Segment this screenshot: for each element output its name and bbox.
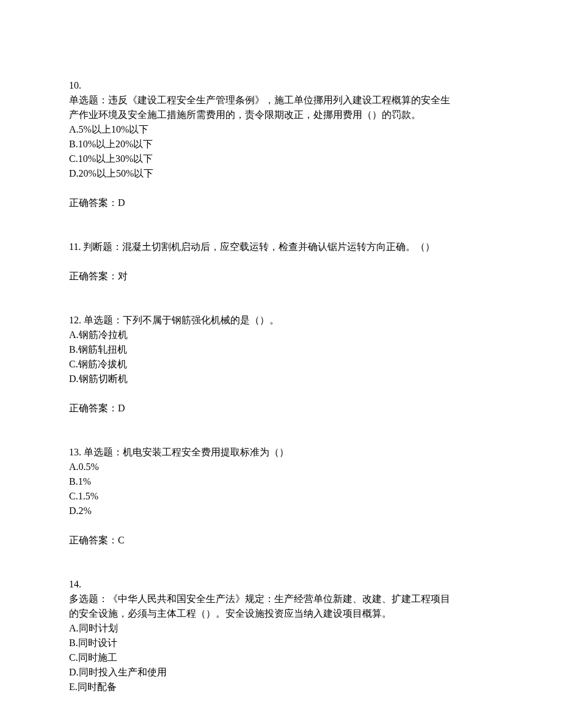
question-prompt-line: 12. 单选题：下列不属于钢筋强化机械的是（）。 bbox=[69, 313, 493, 328]
question-13: 13. 单选题：机电安装工程安全费用提取标准为（） A.0.5% B.1% C.… bbox=[69, 445, 493, 548]
question-prompt-line: 单选题：违反《建设工程安全生产管理条例》，施工单位挪用列入建设工程概算的安全生 bbox=[69, 93, 493, 108]
option-c: C.1.5% bbox=[69, 489, 493, 504]
correct-answer: 正确答案：对 bbox=[69, 269, 493, 284]
question-prompt-line: 的安全设施，必须与主体工程（）。安全设施投资应当纳入建设项目概算。 bbox=[69, 606, 493, 621]
option-a: A.5%以上10%以下 bbox=[69, 122, 493, 137]
option-d: D.钢筋切断机 bbox=[69, 372, 493, 386]
option-b: B.1% bbox=[69, 474, 493, 489]
question-prompt-text: 判断题：混凝土切割机启动后，应空载运转，检查并确认锯片运转方向正确。（） bbox=[83, 241, 435, 252]
question-11: 11. 判断题：混凝土切割机启动后，应空载运转，检查并确认锯片运转方向正确。（）… bbox=[69, 240, 493, 284]
option-a: A.0.5% bbox=[69, 460, 493, 474]
question-number: 14. bbox=[69, 577, 493, 592]
question-number: 11. bbox=[69, 241, 83, 252]
option-d: D.同时投入生产和使用 bbox=[69, 665, 493, 680]
question-number: 13. bbox=[69, 447, 84, 457]
option-d: D.2% bbox=[69, 504, 493, 518]
question-number: 10. bbox=[69, 78, 493, 93]
correct-answer: 正确答案：C bbox=[69, 533, 493, 548]
option-b: B.钢筋轧扭机 bbox=[69, 342, 493, 357]
question-prompt-text: 单选题：下列不属于钢筋强化机械的是（）。 bbox=[84, 315, 279, 325]
option-e: E.同时配备 bbox=[69, 680, 493, 694]
question-10: 10. 单选题：违反《建设工程安全生产管理条例》，施工单位挪用列入建设工程概算的… bbox=[69, 78, 493, 210]
question-prompt-text: 单选题：机电安装工程安全费用提取标准为（） bbox=[84, 447, 289, 457]
correct-answer: 正确答案：D bbox=[69, 401, 493, 416]
correct-answer: 正确答案：D bbox=[69, 196, 493, 210]
question-prompt-line: 11. 判断题：混凝土切割机启动后，应空载运转，检查并确认锯片运转方向正确。（） bbox=[69, 240, 493, 254]
option-d: D.20%以上50%以下 bbox=[69, 166, 493, 181]
option-c: C.10%以上30%以下 bbox=[69, 152, 493, 166]
question-prompt-line: 产作业环境及安全施工措施所需费用的，责令限期改正，处挪用费用（）的罚款。 bbox=[69, 108, 493, 122]
question-14: 14. 多选题：《中华人民共和国安全生产法》规定：生产经营单位新建、改建、扩建工… bbox=[69, 577, 493, 694]
option-b: B.10%以上20%以下 bbox=[69, 137, 493, 152]
option-a: A.钢筋冷拉机 bbox=[69, 328, 493, 342]
option-c: C.同时施工 bbox=[69, 650, 493, 665]
question-12: 12. 单选题：下列不属于钢筋强化机械的是（）。 A.钢筋冷拉机 B.钢筋轧扭机… bbox=[69, 313, 493, 416]
question-prompt-line: 13. 单选题：机电安装工程安全费用提取标准为（） bbox=[69, 445, 493, 460]
option-c: C.钢筋冷拔机 bbox=[69, 357, 493, 372]
option-a: A.同时计划 bbox=[69, 621, 493, 636]
question-number: 12. bbox=[69, 315, 84, 325]
option-b: B.同时设计 bbox=[69, 636, 493, 650]
question-prompt-line: 多选题：《中华人民共和国安全生产法》规定：生产经营单位新建、改建、扩建工程项目 bbox=[69, 592, 493, 606]
